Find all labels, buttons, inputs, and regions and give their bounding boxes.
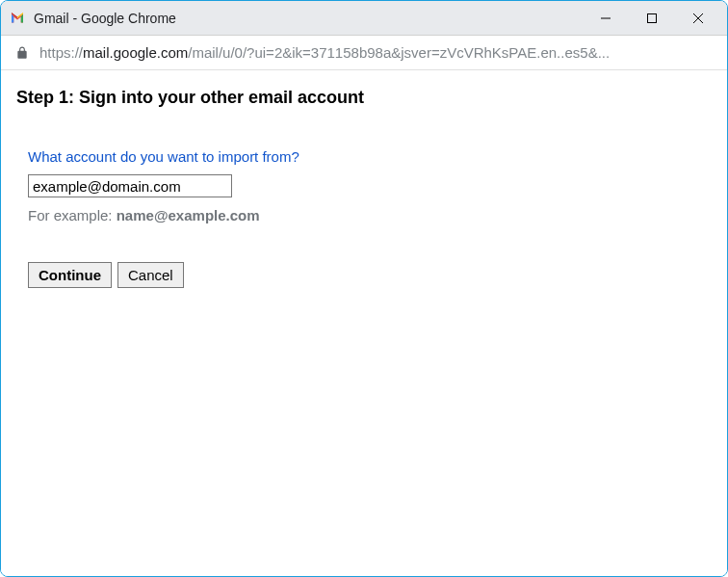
- svg-rect-1: [648, 13, 657, 22]
- page-content: Step 1: Sign into your other email accou…: [1, 70, 727, 576]
- question-label: What account do you want to import from?: [28, 148, 712, 165]
- url-path: /mail/u/0/?ui=2&ik=371158b98a&jsver=zVcV…: [188, 44, 610, 61]
- browser-window: Gmail - Google Chrome https://mail.googl…: [0, 0, 728, 577]
- step-heading: Step 1: Sign into your other email accou…: [16, 88, 712, 108]
- address-bar[interactable]: https://mail.google.com/mail/u/0/?ui=2&i…: [1, 36, 727, 70]
- window-controls: [592, 5, 719, 32]
- url-domain: mail.google.com: [83, 44, 188, 61]
- button-row: Continue Cancel: [28, 262, 712, 288]
- url-text: https://mail.google.com/mail/u/0/?ui=2&i…: [39, 44, 610, 61]
- url-protocol: https://: [39, 44, 83, 61]
- cancel-button[interactable]: Cancel: [117, 262, 184, 288]
- example-text: For example: name@example.com: [28, 207, 712, 223]
- gmail-favicon-icon: [9, 10, 26, 27]
- continue-button[interactable]: Continue: [28, 262, 112, 288]
- minimize-button[interactable]: [592, 5, 619, 32]
- example-email: name@example.com: [117, 207, 260, 223]
- example-prefix: For example:: [28, 207, 117, 223]
- lock-icon: [14, 45, 30, 61]
- window-title: Gmail - Google Chrome: [34, 11, 592, 26]
- close-button[interactable]: [685, 5, 712, 32]
- window-titlebar: Gmail - Google Chrome: [1, 1, 727, 36]
- form-section: What account do you want to import from?…: [16, 148, 712, 288]
- maximize-button[interactable]: [638, 5, 665, 32]
- email-input[interactable]: [28, 174, 232, 197]
